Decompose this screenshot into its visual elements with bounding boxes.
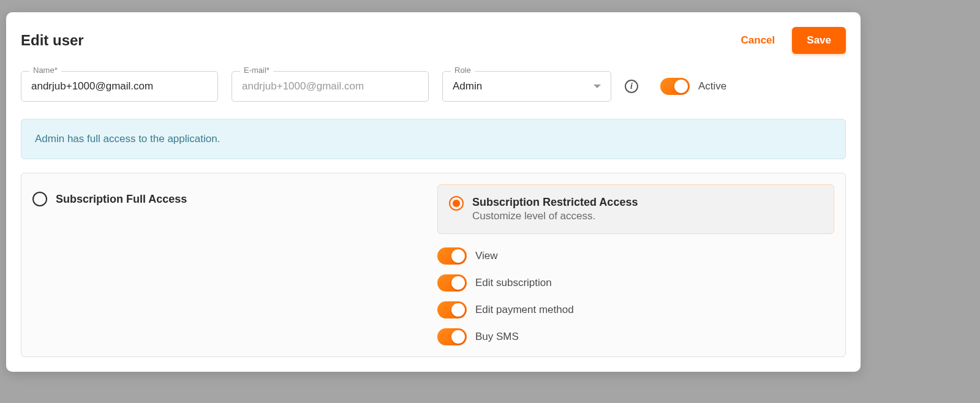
role-value: Admin xyxy=(453,80,482,92)
access-panel: Subscription Full Access Subscription Re… xyxy=(21,173,846,357)
active-toggle-block: Active xyxy=(660,78,726,95)
cancel-button[interactable]: Cancel xyxy=(741,34,775,47)
active-toggle[interactable] xyxy=(660,78,690,95)
radio-icon xyxy=(32,192,47,206)
access-left: Subscription Full Access xyxy=(32,184,425,345)
access-right: Subscription Restricted Access Customize… xyxy=(437,184,834,345)
role-label: Role xyxy=(451,66,475,75)
info-banner: Admin has full access to the application… xyxy=(21,119,846,159)
radio-restricted-title: Subscription Restricted Access xyxy=(472,196,638,209)
toggle-knob xyxy=(451,303,465,317)
edit-user-modal: Edit user Cancel Save Name* E-mail* Role… xyxy=(6,12,861,372)
name-field-wrapper: Name* xyxy=(21,71,218,102)
edit-payment-toggle[interactable] xyxy=(437,301,467,318)
perm-buy-sms-label: Buy SMS xyxy=(475,331,519,343)
perm-edit-subscription-label: Edit subscription xyxy=(475,277,552,289)
radio-icon-selected xyxy=(449,196,464,211)
modal-header: Edit user Cancel Save xyxy=(21,27,846,54)
modal-title: Edit user xyxy=(21,32,84,49)
toggle-knob xyxy=(451,330,465,344)
perm-view: View xyxy=(437,247,834,265)
chevron-down-icon xyxy=(594,85,601,88)
perm-edit-subscription: Edit subscription xyxy=(437,274,834,292)
role-field-wrapper: Role Admin xyxy=(442,71,611,102)
save-button[interactable]: Save xyxy=(792,27,846,54)
radio-restricted-access[interactable]: Subscription Restricted Access Customize… xyxy=(437,184,834,234)
view-toggle[interactable] xyxy=(437,247,467,265)
perm-view-label: View xyxy=(475,250,498,262)
permissions-list: View Edit subscription Edit payment meth… xyxy=(437,247,834,345)
email-field-wrapper: E-mail* xyxy=(232,71,429,102)
active-label: Active xyxy=(698,80,726,92)
radio-restricted-text: Subscription Restricted Access Customize… xyxy=(472,196,638,222)
perm-edit-payment: Edit payment method xyxy=(437,301,834,318)
radio-full-title: Subscription Full Access xyxy=(56,193,187,206)
name-input[interactable] xyxy=(21,71,218,102)
name-label: Name* xyxy=(29,66,61,75)
toggle-knob xyxy=(451,249,465,263)
toggle-knob xyxy=(451,276,465,290)
email-input[interactable] xyxy=(232,71,429,102)
info-icon[interactable]: i xyxy=(625,80,638,93)
toggle-knob xyxy=(674,80,688,93)
form-row: Name* E-mail* Role Admin i Active xyxy=(21,71,846,102)
radio-full-access[interactable]: Subscription Full Access xyxy=(32,192,425,206)
info-banner-text: Admin has full access to the application… xyxy=(35,133,220,145)
buy-sms-toggle[interactable] xyxy=(437,328,467,345)
edit-subscription-toggle[interactable] xyxy=(437,274,467,292)
role-select[interactable]: Admin xyxy=(442,71,611,102)
email-label: E-mail* xyxy=(240,66,273,75)
radio-restricted-sub: Customize level of access. xyxy=(472,210,638,222)
modal-actions: Cancel Save xyxy=(741,27,846,54)
perm-buy-sms: Buy SMS xyxy=(437,328,834,345)
perm-edit-payment-label: Edit payment method xyxy=(475,304,574,316)
